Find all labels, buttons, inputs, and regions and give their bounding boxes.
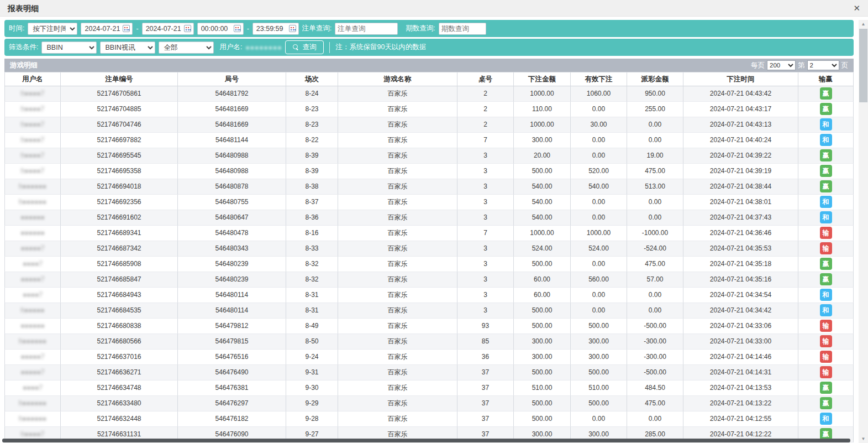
result-badge[interactable]: 和: [820, 289, 832, 301]
result-badge[interactable]: 输: [820, 366, 832, 378]
cell-round-no: 546481144: [178, 133, 286, 148]
page-select[interactable]: 2: [807, 60, 839, 70]
result-badge[interactable]: 输: [820, 335, 832, 347]
cell-result: 和: [798, 210, 854, 226]
cell-result: 赢: [798, 396, 854, 411]
per-page-select[interactable]: 200: [767, 60, 796, 70]
result-badge[interactable]: 输: [820, 227, 832, 239]
cell-table-no: 7: [457, 226, 514, 241]
retention-note: 注：系统保留90天以内的数据: [335, 43, 426, 52]
username-label: 用户名:: [219, 43, 242, 52]
calendar-icon[interactable]: [123, 25, 130, 32]
category-select[interactable]: BBIN视讯: [100, 41, 155, 54]
time-from-field[interactable]: [197, 23, 244, 35]
table-row: ●●●●●7 521746687342 546480343 8-33 百家乐 3…: [4, 241, 854, 257]
cell-payout: 513.00: [627, 179, 683, 195]
cell-round-no: 546476516: [178, 350, 286, 365]
time-from-input[interactable]: [200, 24, 232, 34]
cell-game: 百家乐: [338, 396, 457, 411]
date-from-field[interactable]: [81, 23, 133, 35]
cell-bet-amount: 540.00: [514, 195, 571, 210]
cell-bet-amount: 1000.00: [514, 86, 571, 102]
vertical-scrollbar-thumb[interactable]: [859, 29, 867, 102]
cell-payout: -500.00: [627, 365, 683, 381]
close-icon[interactable]: ✕: [853, 3, 860, 14]
cell-payout: 0.00: [627, 195, 683, 210]
table-row: ●●●●●7 521746685847 546480239 8-32 百家乐 3…: [4, 272, 854, 288]
cell-game: 百家乐: [338, 195, 457, 210]
page-prefix-label: 第: [798, 61, 805, 70]
result-badge[interactable]: 赢: [820, 180, 832, 192]
cell-result: 赢: [798, 164, 854, 179]
calendar-icon[interactable]: [289, 25, 296, 32]
result-badge[interactable]: 赢: [820, 273, 832, 285]
table-row: h●●●●7 521746704746 546481669 8-23 百家乐 2…: [4, 117, 854, 133]
result-badge[interactable]: 赢: [820, 382, 832, 394]
cell-payout: -300.00: [627, 334, 683, 350]
filter-conditions-label: 筛选条件:: [9, 43, 38, 52]
cell-bet-no: 521746634748: [61, 381, 178, 396]
cell-bet-time: 2024-07-21 04:13:22: [683, 396, 798, 411]
cell-game: 百家乐: [338, 319, 457, 334]
result-badge[interactable]: 赢: [820, 397, 832, 409]
cell-result: 和: [798, 117, 854, 133]
time-to-input[interactable]: [255, 24, 287, 34]
cell-payout: 475.00: [627, 396, 683, 411]
result-badge[interactable]: 和: [820, 196, 832, 208]
result-badge[interactable]: 和: [820, 134, 832, 146]
platform-select[interactable]: BBIN: [41, 41, 97, 54]
cell-bet-no: 521746684535: [61, 303, 178, 319]
cell-bet-time: 2024-07-21 04:34:54: [683, 288, 798, 303]
scroll-down-icon[interactable]: ▼: [859, 435, 868, 443]
result-badge[interactable]: 赢: [820, 103, 832, 115]
date-from-input[interactable]: [83, 24, 121, 34]
cell-session: 8-23: [286, 117, 338, 133]
cell-session: 8-24: [286, 86, 338, 102]
result-badge[interactable]: 输: [820, 320, 832, 332]
scroll-up-icon[interactable]: ▲: [859, 20, 868, 28]
cell-bet-amount: 110.00: [514, 102, 571, 117]
cell-session: 9-30: [286, 381, 338, 396]
result-badge[interactable]: 赢: [820, 149, 832, 161]
date-to-input[interactable]: [145, 24, 182, 34]
table-row: h●●●●●● 521746694018 546480878 8-38 百家乐 …: [4, 179, 854, 195]
cell-round-no: 546480988: [178, 164, 286, 179]
result-badge[interactable]: 赢: [820, 258, 832, 270]
horizontal-scrollbar-thumb[interactable]: [2, 439, 850, 442]
result-badge[interactable]: 和: [820, 211, 832, 223]
cell-payout: 0.00: [627, 117, 683, 133]
cell-username: ●●●●●●: [4, 319, 61, 334]
cell-game: 百家乐: [338, 381, 457, 396]
result-badge[interactable]: 输: [820, 242, 832, 254]
result-badge[interactable]: 和: [820, 304, 832, 316]
cell-game: 百家乐: [338, 164, 457, 179]
result-badge[interactable]: 和: [820, 413, 832, 425]
calendar-icon[interactable]: [184, 25, 191, 32]
cell-bet-amount: 500.00: [514, 319, 571, 334]
cell-table-no: 37: [457, 381, 514, 396]
vertical-scrollbar[interactable]: ▲ ▼: [859, 20, 868, 443]
cell-round-no: 546479812: [178, 319, 286, 334]
cell-bet-no: 521746680566: [61, 334, 178, 350]
period-query-input[interactable]: [439, 23, 486, 35]
result-badge[interactable]: 赢: [820, 165, 832, 177]
order-query-input[interactable]: [335, 23, 398, 35]
calendar-icon[interactable]: [234, 25, 241, 32]
cell-payout: -1000.00: [627, 226, 683, 241]
date-range-separator: -: [136, 25, 138, 33]
cell-session: 8-39: [286, 148, 338, 164]
date-to-field[interactable]: [142, 23, 194, 35]
cell-valid-bet: 0.00: [571, 210, 627, 226]
result-badge[interactable]: 赢: [820, 87, 832, 100]
search-button[interactable]: 查询: [285, 40, 324, 54]
time-to-field[interactable]: [252, 23, 299, 35]
cell-round-no: 546479815: [178, 334, 286, 350]
time-type-select[interactable]: 按下注时间: [28, 23, 77, 35]
cell-valid-bet: 560.00: [571, 272, 627, 288]
result-badge[interactable]: 和: [820, 118, 832, 131]
pagination: 每页 200 第 2 页: [751, 60, 848, 70]
cell-payout: 255.00: [627, 102, 683, 117]
cell-session: 8-32: [286, 257, 338, 272]
game-select[interactable]: 全部: [159, 41, 214, 54]
result-badge[interactable]: 输: [820, 351, 832, 363]
